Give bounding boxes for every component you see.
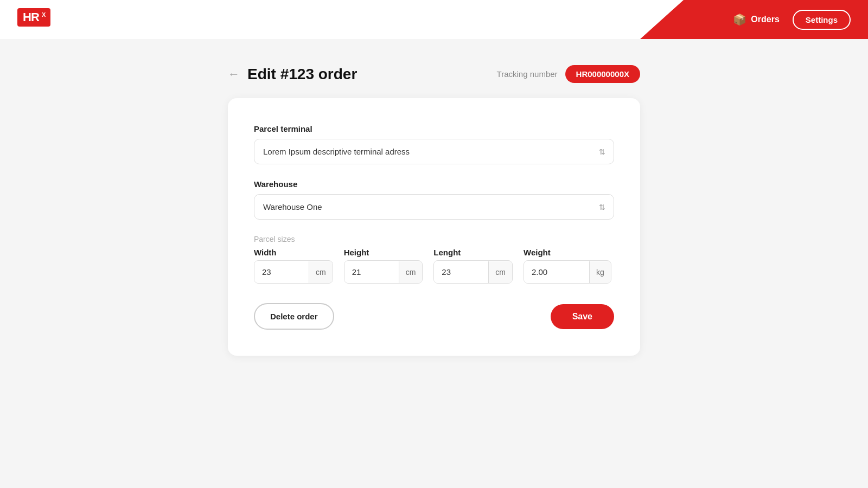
width-label: Width (254, 248, 333, 257)
width-field: Width cm (254, 248, 333, 284)
logo: HR X FASTEST WAY (17, 8, 50, 31)
form-card: Parcel terminal Lorem Ipsum descriptive … (228, 98, 640, 356)
width-input-group: cm (254, 260, 333, 284)
page-title-group: ← Edit #123 order (228, 66, 357, 83)
logo-text: HR (23, 10, 39, 24)
parcel-terminal-section: Parcel terminal Lorem Ipsum descriptive … (254, 124, 614, 164)
tracking-group: Tracking number HR00000000X (497, 65, 640, 83)
logo-box: HR X (17, 8, 50, 27)
buttons-row: Delete order Save (254, 303, 614, 330)
length-field: Lenght cm (433, 248, 513, 284)
weight-input-group: kg (524, 260, 611, 284)
width-unit: cm (309, 261, 333, 283)
settings-button[interactable]: Settings (793, 10, 851, 30)
orders-nav-item[interactable]: 📦 Orders (733, 13, 779, 26)
orders-icon: 📦 (733, 13, 746, 26)
tracking-badge: HR00000000X (565, 65, 640, 83)
tracking-label: Tracking number (497, 69, 558, 79)
warehouse-section: Warehouse Warehouse One (254, 179, 614, 220)
page-header: ← Edit #123 order Tracking number HR0000… (228, 65, 640, 83)
delete-order-button[interactable]: Delete order (254, 303, 334, 330)
parcel-terminal-wrapper: Lorem Ipsum descriptive terminal adress (254, 139, 614, 164)
weight-field: Weight kg (524, 248, 611, 284)
length-input-group: cm (433, 260, 513, 284)
header-nav: 📦 Orders Settings (733, 10, 851, 30)
height-unit: cm (399, 261, 423, 283)
weight-unit: kg (589, 261, 611, 283)
weight-label: Weight (524, 248, 611, 257)
parcel-terminal-select[interactable]: Lorem Ipsum descriptive terminal adress (254, 139, 614, 164)
length-unit: cm (488, 261, 512, 283)
height-input-group: cm (344, 260, 423, 284)
height-input[interactable] (344, 261, 399, 283)
save-button[interactable]: Save (551, 304, 614, 329)
orders-label: Orders (751, 15, 779, 24)
warehouse-wrapper: Warehouse One (254, 194, 614, 220)
parcel-sizes-section: Parcel sizes Width cm Height cm (254, 235, 614, 284)
weight-input[interactable] (524, 261, 589, 283)
back-icon: ← (228, 67, 240, 81)
page-title: Edit #123 order (247, 66, 357, 83)
header: HR X FASTEST WAY 📦 Orders Settings (0, 0, 868, 39)
height-field: Height cm (344, 248, 423, 284)
length-label: Lenght (433, 248, 513, 257)
width-input[interactable] (254, 261, 309, 283)
parcel-terminal-label: Parcel terminal (254, 124, 614, 133)
height-label: Height (344, 248, 423, 257)
main-content: ← Edit #123 order Tracking number HR0000… (0, 39, 868, 382)
back-button[interactable]: ← (228, 67, 240, 81)
warehouse-label: Warehouse (254, 179, 614, 189)
parcel-sizes-label: Parcel sizes (254, 235, 614, 243)
warehouse-select[interactable]: Warehouse One (254, 194, 614, 220)
logo-subtitle: FASTEST WAY (18, 28, 50, 31)
sizes-row: Width cm Height cm Lenght (254, 248, 614, 284)
length-input[interactable] (434, 261, 488, 283)
